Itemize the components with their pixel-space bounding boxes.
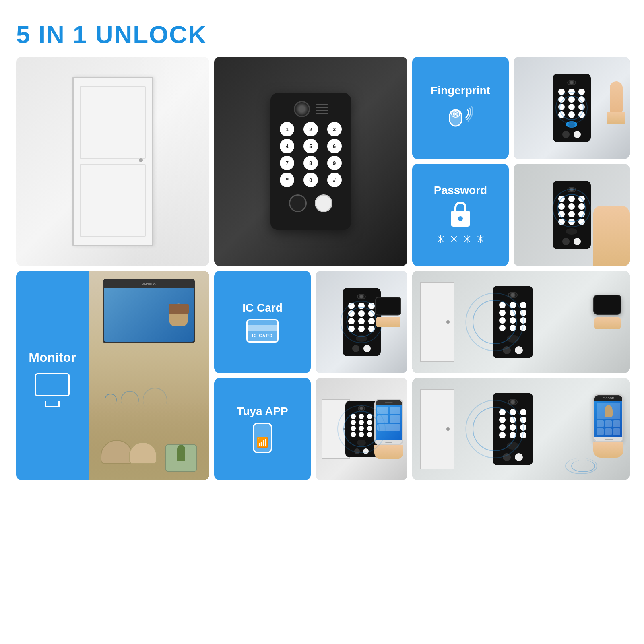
sensor-right xyxy=(315,194,332,212)
fingerprint-icon xyxy=(446,102,476,132)
monitor-stand-icon xyxy=(45,401,60,407)
password-section: Password ✳ ✳ ✳ ✳ xyxy=(412,164,630,266)
monitor-top-bar: ANGELO xyxy=(104,281,194,288)
monitor-photo: ANGELO xyxy=(89,271,209,480)
password-label: Password xyxy=(434,184,487,197)
key-2[interactable]: 2 xyxy=(303,122,318,136)
col3-row1: Fingerprint xyxy=(412,57,630,266)
monitor-label-text: Monitor xyxy=(29,350,76,365)
lock-icon xyxy=(450,202,471,228)
col3-row2: P-DOOR xyxy=(412,271,630,480)
key-7[interactable]: 7 xyxy=(280,156,294,170)
key-star[interactable]: ＊ xyxy=(280,173,294,187)
key-1[interactable]: 1 xyxy=(280,122,294,136)
door-in-tuya-photo xyxy=(420,389,454,469)
key-3[interactable]: 3 xyxy=(327,122,342,136)
key-hash[interactable]: # xyxy=(327,173,342,187)
ic-card-action-photo xyxy=(316,271,407,373)
tuya-action-photo-full: P-DOOR xyxy=(412,378,630,480)
monitor-label: Monitor xyxy=(16,271,89,480)
password-photo-bg xyxy=(514,164,630,266)
ic-card-action-photo-full xyxy=(412,271,630,373)
speaker-line xyxy=(316,113,328,114)
fingerprint-action-photo xyxy=(514,57,630,159)
device-photo-cell: 1 2 3 4 5 6 7 8 9 ＊ 0 # xyxy=(214,57,407,266)
lock-shackle xyxy=(454,202,466,211)
ic-card-text: IC CARD xyxy=(252,334,273,338)
key-9[interactable]: 9 xyxy=(327,156,342,170)
ic-card-icon: IC CARD xyxy=(246,319,279,343)
device-bg: 1 2 3 4 5 6 7 8 9 ＊ 0 # xyxy=(214,57,407,266)
door-wall-background xyxy=(16,57,209,266)
device-camera-row xyxy=(277,101,345,117)
fingerprint-label: Fingerprint xyxy=(431,84,490,97)
sensor-left xyxy=(289,194,307,212)
tuya-photo-bg xyxy=(316,378,407,480)
fingerprint-blue-card: Fingerprint xyxy=(412,57,509,159)
ic-card-photo-bg xyxy=(316,271,407,373)
pwd-dot-4: ✳ xyxy=(476,233,485,246)
lock-keyhole xyxy=(458,216,463,221)
tuya-blue-card: Tuya APP 📶 xyxy=(214,378,311,480)
header: 5 IN 1 UNLOCK xyxy=(16,16,628,57)
lock-icon-wrapper xyxy=(450,202,471,228)
ic-card-prop-group xyxy=(593,295,621,329)
tuya-action-photo xyxy=(316,378,407,480)
speaker-line xyxy=(316,107,328,108)
monitor-section: Monitor ANGELO xyxy=(16,271,209,480)
intercom-device: 1 2 3 4 5 6 7 8 9 ＊ 0 # xyxy=(270,93,351,230)
pwd-dot-2: ✳ xyxy=(449,233,458,246)
pwd-dot-3: ✳ xyxy=(462,233,472,246)
tuya-phone-hand: P-DOOR xyxy=(593,394,623,458)
fingerprint-section: Fingerprint xyxy=(412,57,630,159)
col2-row2: IC Card IC CARD xyxy=(214,271,407,480)
door-handle xyxy=(139,158,143,162)
speaker-line xyxy=(316,110,328,111)
password-dots: ✳ ✳ ✳ ✳ xyxy=(436,233,485,246)
ic-card-blue-card: IC Card IC CARD xyxy=(214,271,311,373)
fingerprint-photo-bg xyxy=(514,57,630,159)
speaker-line xyxy=(316,104,328,105)
keypad: 1 2 3 4 5 6 7 8 9 ＊ 0 # xyxy=(277,122,345,187)
box-prop xyxy=(169,304,189,314)
ic-card-hand-prop xyxy=(375,297,401,327)
phone-icon-tuya: 📶 xyxy=(253,423,272,453)
page-title: 5 IN 1 UNLOCK xyxy=(16,20,628,49)
key-0[interactable]: 0 xyxy=(303,173,318,187)
door-in-photo xyxy=(420,282,454,362)
plant-pot xyxy=(165,444,197,472)
mini-camera xyxy=(567,80,576,85)
ic-card-stripe xyxy=(248,325,277,331)
lock-body xyxy=(451,211,470,227)
main-grid: 1 2 3 4 5 6 7 8 9 ＊ 0 # xyxy=(16,57,628,632)
door-shape xyxy=(72,77,153,246)
ic-card-label: IC Card xyxy=(242,301,283,314)
tuya-action-bg: P-DOOR xyxy=(412,378,630,480)
key-8[interactable]: 8 xyxy=(303,156,318,170)
tuya-label: Tuya APP xyxy=(237,405,288,418)
camera-lens xyxy=(294,101,310,117)
tuya-section: Tuya APP 📶 xyxy=(214,378,407,480)
key-5[interactable]: 5 xyxy=(303,139,318,153)
speaker xyxy=(316,104,328,114)
hand-right xyxy=(593,206,630,266)
wifi-icon: 📶 xyxy=(256,437,268,448)
page: 5 IN 1 UNLOCK xyxy=(0,0,644,644)
door-photo-cell xyxy=(16,57,209,266)
pwd-dot-1: ✳ xyxy=(436,233,445,246)
monitor-screen-device: ANGELO xyxy=(103,279,195,343)
key-6[interactable]: 6 xyxy=(327,139,342,153)
monitor-content xyxy=(104,288,194,342)
password-blue-card: Password ✳ ✳ ✳ ✳ xyxy=(412,164,509,266)
device-bottom-sensors xyxy=(289,194,332,212)
monitor-screen-outline xyxy=(35,373,70,396)
key-4[interactable]: 4 xyxy=(280,139,294,153)
ic-card-section: IC Card IC CARD xyxy=(214,271,407,373)
monitor-icon xyxy=(35,373,70,401)
pointing-finger xyxy=(607,81,625,124)
password-action-photo xyxy=(514,164,630,266)
ic-action-bg xyxy=(412,271,630,373)
